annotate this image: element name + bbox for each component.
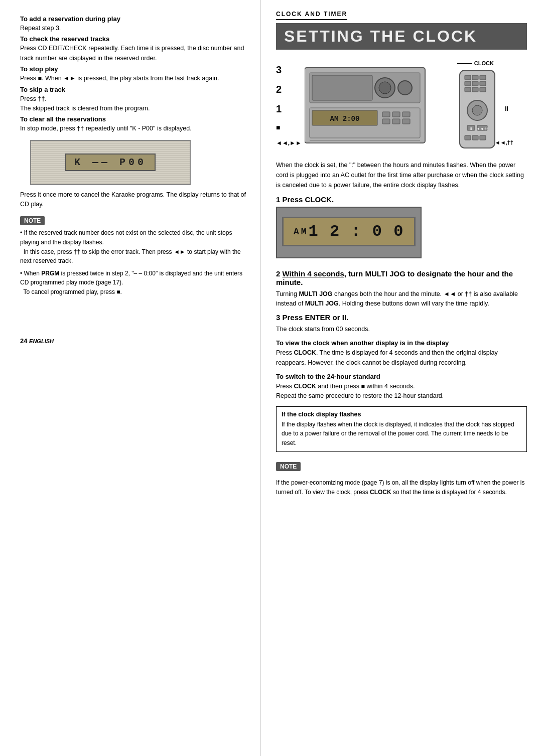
section-body-add-reservation: Repeat step 3. [20, 24, 248, 33]
if-clock-box: If the clock display flashes If the disp… [276, 406, 527, 452]
svg-rect-34 [472, 135, 478, 140]
svg-rect-12 [382, 119, 390, 124]
rwff-label: ◄◄,†† [495, 139, 513, 145]
step2-body: Turning MULTI JOG changes both the hour … [276, 289, 527, 309]
description-text: When the clock is set, the ":" between t… [276, 160, 527, 190]
note-badge-right: NOTE [276, 462, 301, 471]
bottom-note: If the power-economizing mode (page 7) i… [276, 478, 527, 497]
svg-rect-21 [465, 81, 471, 86]
section-skip-track: To skip a track Press ††. The skipped tr… [20, 86, 248, 114]
am-display-wrapper: AM1 2 : 0 0 [276, 207, 422, 258]
svg-rect-23 [480, 81, 486, 86]
svg-rect-2 [312, 75, 372, 100]
right-column: CLOCK AND TIMER SETTING THE CLOCK 3 2 1 … [261, 0, 542, 756]
svg-rect-19 [472, 75, 478, 80]
section-body-skip-track: Press ††. The skipped track is cleared f… [20, 94, 248, 114]
step2-header: 2 Within 4 seconds, turn MULTI JOG to de… [276, 269, 527, 286]
device-diagram: 3 2 1 ■ ◄◄,►► AM 2:00 [276, 58, 527, 153]
remote-svg: II ◄◄ †† [457, 70, 497, 150]
section-title-check-tracks: To check the reserved tracks [20, 35, 248, 43]
section-add-reservation: To add a reservation during play Repeat … [20, 15, 248, 33]
svg-rect-22 [472, 81, 478, 86]
clock-label-row: CLOCK [457, 60, 494, 66]
kpoo-display-text: K —— P00 [65, 154, 156, 171]
step-3-indicator: 3 [276, 64, 302, 76]
svg-text:II: II [470, 126, 472, 131]
step-ii-indicator: ■ [276, 123, 302, 131]
press-cancel-text: Press it once more to cancel the Karaoke… [20, 190, 248, 210]
english-label: ENGLISH [29, 338, 54, 344]
section-title-stop-play: To stop play [20, 65, 248, 73]
step-indicators: 3 2 1 ■ ◄◄,►► [276, 60, 302, 150]
sub-section-24hr-title: To switch to the 24-hour standard [276, 373, 527, 380]
section-title-clear-reservations: To clear all the reservations [20, 115, 248, 123]
section-stop-play: To stop play Press ■. When ◄► is pressed… [20, 65, 248, 83]
section-body-check-tracks: Press CD EDIT/CHECK repeatedly. Each tim… [20, 44, 248, 63]
svg-rect-33 [465, 135, 471, 140]
svg-rect-18 [465, 75, 471, 80]
sub-section-24hr-body: Press CLOCK and then press ■ within 4 se… [276, 382, 527, 401]
svg-rect-13 [392, 119, 400, 124]
step-2-indicator: 2 [276, 84, 302, 95]
section-title-add-reservation: To add a reservation during play [20, 15, 248, 23]
step2-number: 2 [276, 269, 280, 278]
svg-point-4 [379, 82, 391, 94]
page-number: 24 ENGLISH [20, 337, 54, 345]
svg-text:AM 2:00: AM 2:00 [330, 115, 359, 123]
svg-rect-24 [465, 87, 471, 92]
step1-number: 1 [276, 195, 280, 204]
left-column: To add a reservation during play Repeat … [0, 0, 261, 756]
am-display: AM1 2 : 0 0 [282, 217, 416, 246]
svg-rect-10 [392, 112, 400, 117]
step3-number: 3 [276, 313, 280, 322]
setting-clock-banner: SETTING THE CLOCK [276, 23, 527, 50]
section-title-skip-track: To skip a track [20, 86, 248, 93]
step2-underline-text: Within 4 seconds, [283, 269, 346, 278]
svg-rect-20 [480, 75, 486, 80]
step3-header: 3 Press ENTER or II. [276, 313, 527, 322]
clock-arrow-line [457, 63, 472, 64]
svg-rect-25 [472, 87, 478, 92]
step-1-indicator: 1 [276, 103, 302, 115]
svg-rect-26 [480, 87, 486, 92]
clock-label: CLOCK [474, 60, 494, 66]
remote-area: CLOCK II [457, 60, 497, 150]
section-check-tracks: To check the reserved tracks Press CD ED… [20, 35, 248, 63]
stereo-svg: AM 2:00 [305, 58, 455, 153]
section-body-clear-reservations: In stop mode, press †† repeatedly until … [20, 124, 248, 133]
if-clock-box-body: If the display flashes when the clock is… [282, 420, 521, 448]
sub-section-view-clock-body: Press CLOCK. The time is displayed for 4… [276, 348, 527, 368]
step1-header: 1 Press CLOCK. [276, 195, 527, 204]
svg-text:◄◄ ††: ◄◄ †† [476, 127, 488, 130]
note-badge-left: NOTE [20, 216, 45, 225]
svg-point-28 [472, 105, 482, 115]
ii-label: II [505, 105, 508, 112]
svg-rect-14 [402, 119, 410, 124]
svg-rect-9 [382, 112, 390, 117]
kpoo-display-image: K —— P00 [30, 140, 191, 185]
clock-timer-header: CLOCK AND TIMER [276, 11, 347, 20]
device-inner: K —— P00 [31, 141, 190, 184]
section-body-stop-play: Press ■. When ◄► is pressed, the play st… [20, 74, 248, 83]
note-content-left: • If the reserved track number does not … [20, 228, 248, 296]
svg-point-5 [398, 81, 412, 95]
sub-section-view-clock-title: To view the clock when another display i… [276, 339, 527, 347]
svg-rect-11 [402, 112, 410, 117]
step3-body: The clock starts from 00 seconds. [276, 325, 527, 334]
step-rwff-indicator: ◄◄,►► [276, 139, 302, 146]
if-clock-box-title: If the clock display flashes [282, 411, 521, 418]
section-clear-reservations: To clear all the reservations In stop mo… [20, 115, 248, 133]
svg-rect-35 [480, 135, 486, 140]
